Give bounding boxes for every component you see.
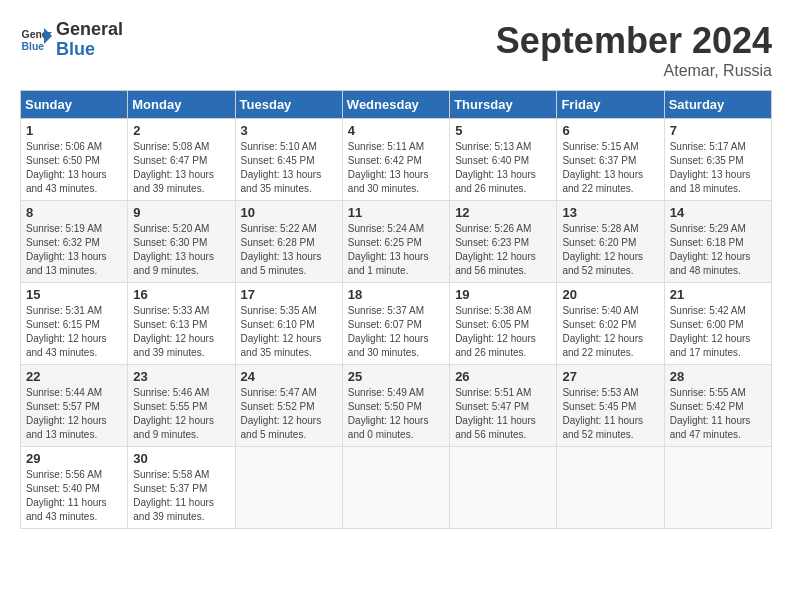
- day-number: 23: [133, 369, 229, 384]
- logo: General Blue General Blue: [20, 20, 123, 60]
- table-row: 12Sunrise: 5:26 AM Sunset: 6:23 PM Dayli…: [450, 201, 557, 283]
- day-info: Sunrise: 5:38 AM Sunset: 6:05 PM Dayligh…: [455, 304, 551, 360]
- day-info: Sunrise: 5:49 AM Sunset: 5:50 PM Dayligh…: [348, 386, 444, 442]
- day-info: Sunrise: 5:44 AM Sunset: 5:57 PM Dayligh…: [26, 386, 122, 442]
- day-number: 11: [348, 205, 444, 220]
- day-info: Sunrise: 5:47 AM Sunset: 5:52 PM Dayligh…: [241, 386, 337, 442]
- table-row: 3Sunrise: 5:10 AM Sunset: 6:45 PM Daylig…: [235, 119, 342, 201]
- day-info: Sunrise: 5:31 AM Sunset: 6:15 PM Dayligh…: [26, 304, 122, 360]
- day-info: Sunrise: 5:29 AM Sunset: 6:18 PM Dayligh…: [670, 222, 766, 278]
- table-row: [235, 447, 342, 529]
- svg-text:Blue: Blue: [22, 40, 45, 51]
- logo-text-line2: Blue: [56, 40, 123, 60]
- table-row: 11Sunrise: 5:24 AM Sunset: 6:25 PM Dayli…: [342, 201, 449, 283]
- table-row: 9Sunrise: 5:20 AM Sunset: 6:30 PM Daylig…: [128, 201, 235, 283]
- day-number: 9: [133, 205, 229, 220]
- table-row: 1Sunrise: 5:06 AM Sunset: 6:50 PM Daylig…: [21, 119, 128, 201]
- day-info: Sunrise: 5:56 AM Sunset: 5:40 PM Dayligh…: [26, 468, 122, 524]
- day-info: Sunrise: 5:22 AM Sunset: 6:28 PM Dayligh…: [241, 222, 337, 278]
- table-row: 23Sunrise: 5:46 AM Sunset: 5:55 PM Dayli…: [128, 365, 235, 447]
- table-row: 28Sunrise: 5:55 AM Sunset: 5:42 PM Dayli…: [664, 365, 771, 447]
- calendar-week-row: 8Sunrise: 5:19 AM Sunset: 6:32 PM Daylig…: [21, 201, 772, 283]
- logo-icon: General Blue: [20, 24, 52, 56]
- table-row: 26Sunrise: 5:51 AM Sunset: 5:47 PM Dayli…: [450, 365, 557, 447]
- day-info: Sunrise: 5:28 AM Sunset: 6:20 PM Dayligh…: [562, 222, 658, 278]
- day-number: 13: [562, 205, 658, 220]
- day-number: 22: [26, 369, 122, 384]
- day-info: Sunrise: 5:17 AM Sunset: 6:35 PM Dayligh…: [670, 140, 766, 196]
- day-number: 4: [348, 123, 444, 138]
- day-number: 27: [562, 369, 658, 384]
- day-number: 8: [26, 205, 122, 220]
- day-number: 26: [455, 369, 551, 384]
- page-header: General Blue General Blue September 2024…: [20, 20, 772, 80]
- table-row: 17Sunrise: 5:35 AM Sunset: 6:10 PM Dayli…: [235, 283, 342, 365]
- day-number: 30: [133, 451, 229, 466]
- day-number: 28: [670, 369, 766, 384]
- day-info: Sunrise: 5:46 AM Sunset: 5:55 PM Dayligh…: [133, 386, 229, 442]
- header-sunday: Sunday: [21, 91, 128, 119]
- day-number: 16: [133, 287, 229, 302]
- day-info: Sunrise: 5:26 AM Sunset: 6:23 PM Dayligh…: [455, 222, 551, 278]
- day-info: Sunrise: 5:35 AM Sunset: 6:10 PM Dayligh…: [241, 304, 337, 360]
- day-info: Sunrise: 5:15 AM Sunset: 6:37 PM Dayligh…: [562, 140, 658, 196]
- header-monday: Monday: [128, 91, 235, 119]
- table-row: 4Sunrise: 5:11 AM Sunset: 6:42 PM Daylig…: [342, 119, 449, 201]
- day-number: 7: [670, 123, 766, 138]
- day-info: Sunrise: 5:37 AM Sunset: 6:07 PM Dayligh…: [348, 304, 444, 360]
- title-area: September 2024 Atemar, Russia: [496, 20, 772, 80]
- table-row: [664, 447, 771, 529]
- day-number: 21: [670, 287, 766, 302]
- day-number: 19: [455, 287, 551, 302]
- day-info: Sunrise: 5:51 AM Sunset: 5:47 PM Dayligh…: [455, 386, 551, 442]
- table-row: 20Sunrise: 5:40 AM Sunset: 6:02 PM Dayli…: [557, 283, 664, 365]
- day-number: 24: [241, 369, 337, 384]
- day-number: 25: [348, 369, 444, 384]
- header-friday: Friday: [557, 91, 664, 119]
- day-number: 20: [562, 287, 658, 302]
- day-info: Sunrise: 5:24 AM Sunset: 6:25 PM Dayligh…: [348, 222, 444, 278]
- table-row: 5Sunrise: 5:13 AM Sunset: 6:40 PM Daylig…: [450, 119, 557, 201]
- day-number: 14: [670, 205, 766, 220]
- month-title: September 2024: [496, 20, 772, 62]
- table-row: 7Sunrise: 5:17 AM Sunset: 6:35 PM Daylig…: [664, 119, 771, 201]
- table-row: 2Sunrise: 5:08 AM Sunset: 6:47 PM Daylig…: [128, 119, 235, 201]
- table-row: 6Sunrise: 5:15 AM Sunset: 6:37 PM Daylig…: [557, 119, 664, 201]
- day-info: Sunrise: 5:11 AM Sunset: 6:42 PM Dayligh…: [348, 140, 444, 196]
- table-row: 30Sunrise: 5:58 AM Sunset: 5:37 PM Dayli…: [128, 447, 235, 529]
- day-number: 1: [26, 123, 122, 138]
- table-row: 15Sunrise: 5:31 AM Sunset: 6:15 PM Dayli…: [21, 283, 128, 365]
- table-row: 19Sunrise: 5:38 AM Sunset: 6:05 PM Dayli…: [450, 283, 557, 365]
- table-row: 21Sunrise: 5:42 AM Sunset: 6:00 PM Dayli…: [664, 283, 771, 365]
- day-number: 12: [455, 205, 551, 220]
- header-thursday: Thursday: [450, 91, 557, 119]
- day-info: Sunrise: 5:10 AM Sunset: 6:45 PM Dayligh…: [241, 140, 337, 196]
- day-info: Sunrise: 5:06 AM Sunset: 6:50 PM Dayligh…: [26, 140, 122, 196]
- day-number: 2: [133, 123, 229, 138]
- header-saturday: Saturday: [664, 91, 771, 119]
- day-info: Sunrise: 5:58 AM Sunset: 5:37 PM Dayligh…: [133, 468, 229, 524]
- day-info: Sunrise: 5:40 AM Sunset: 6:02 PM Dayligh…: [562, 304, 658, 360]
- table-row: 13Sunrise: 5:28 AM Sunset: 6:20 PM Dayli…: [557, 201, 664, 283]
- day-info: Sunrise: 5:42 AM Sunset: 6:00 PM Dayligh…: [670, 304, 766, 360]
- weekday-header-row: Sunday Monday Tuesday Wednesday Thursday…: [21, 91, 772, 119]
- day-info: Sunrise: 5:53 AM Sunset: 5:45 PM Dayligh…: [562, 386, 658, 442]
- day-info: Sunrise: 5:13 AM Sunset: 6:40 PM Dayligh…: [455, 140, 551, 196]
- table-row: 10Sunrise: 5:22 AM Sunset: 6:28 PM Dayli…: [235, 201, 342, 283]
- table-row: [450, 447, 557, 529]
- day-info: Sunrise: 5:20 AM Sunset: 6:30 PM Dayligh…: [133, 222, 229, 278]
- calendar-table: Sunday Monday Tuesday Wednesday Thursday…: [20, 90, 772, 529]
- table-row: 25Sunrise: 5:49 AM Sunset: 5:50 PM Dayli…: [342, 365, 449, 447]
- day-number: 3: [241, 123, 337, 138]
- day-info: Sunrise: 5:19 AM Sunset: 6:32 PM Dayligh…: [26, 222, 122, 278]
- day-number: 29: [26, 451, 122, 466]
- location: Atemar, Russia: [496, 62, 772, 80]
- day-number: 5: [455, 123, 551, 138]
- calendar-week-row: 1Sunrise: 5:06 AM Sunset: 6:50 PM Daylig…: [21, 119, 772, 201]
- calendar-week-row: 29Sunrise: 5:56 AM Sunset: 5:40 PM Dayli…: [21, 447, 772, 529]
- day-info: Sunrise: 5:33 AM Sunset: 6:13 PM Dayligh…: [133, 304, 229, 360]
- table-row: 8Sunrise: 5:19 AM Sunset: 6:32 PM Daylig…: [21, 201, 128, 283]
- day-number: 18: [348, 287, 444, 302]
- calendar-week-row: 22Sunrise: 5:44 AM Sunset: 5:57 PM Dayli…: [21, 365, 772, 447]
- calendar-week-row: 15Sunrise: 5:31 AM Sunset: 6:15 PM Dayli…: [21, 283, 772, 365]
